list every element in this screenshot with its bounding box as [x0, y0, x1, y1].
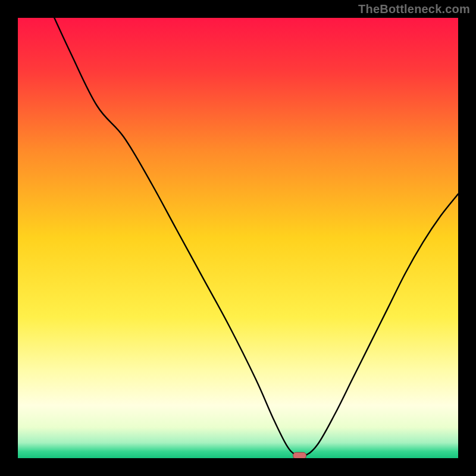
- plot-svg: [18, 18, 458, 458]
- watermark-text: TheBottleneck.com: [358, 2, 470, 16]
- plot-area: [18, 18, 458, 458]
- minimum-marker: [293, 452, 306, 458]
- chart-frame: TheBottleneck.com: [0, 0, 476, 476]
- gradient-background: [18, 18, 458, 458]
